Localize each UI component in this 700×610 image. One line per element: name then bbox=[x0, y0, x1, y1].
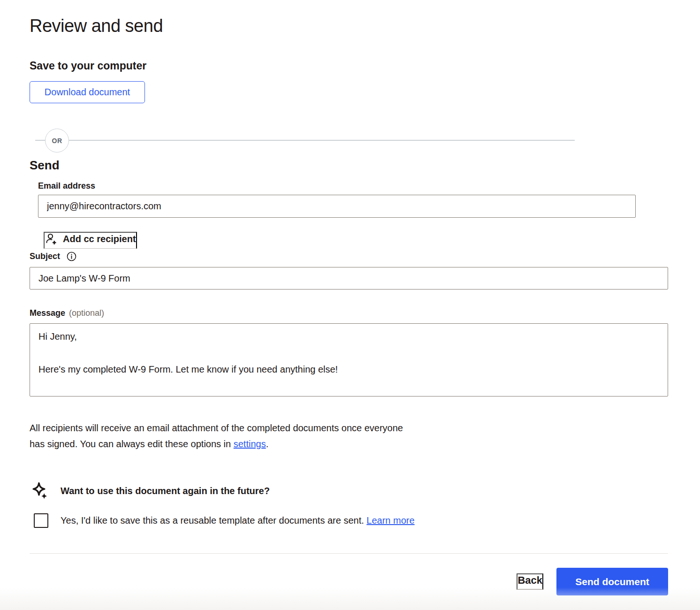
person-plus-icon bbox=[45, 233, 57, 245]
message-label: Message bbox=[30, 308, 65, 318]
email-address-input[interactable] bbox=[38, 195, 636, 218]
recipients-notice: All recipients will receive an email att… bbox=[30, 420, 414, 452]
message-optional-hint: (optional) bbox=[69, 308, 104, 318]
save-template-label-text: Yes, I'd like to save this as a reusable… bbox=[61, 515, 366, 526]
add-cc-recipient-link[interactable]: Add cc recipient bbox=[44, 232, 137, 249]
save-template-row: Yes, I'd like to save this as a reusable… bbox=[34, 513, 668, 528]
or-divider: OR bbox=[30, 129, 668, 152]
learn-more-link[interactable]: Learn more bbox=[366, 515, 414, 526]
send-section-heading: Send bbox=[30, 158, 668, 173]
message-textarea[interactable]: Hi Jenny, Here's my completed W-9 Form. … bbox=[30, 323, 668, 396]
notice-text-after: . bbox=[266, 439, 269, 449]
subject-label-row: Subject bbox=[30, 252, 668, 261]
save-section-heading: Save to your computer bbox=[30, 60, 668, 72]
or-badge: OR bbox=[45, 129, 69, 152]
send-document-button[interactable]: Send document bbox=[556, 568, 668, 595]
email-field-group: Email address Add cc recipient bbox=[38, 181, 668, 249]
add-cc-recipient-label: Add cc recipient bbox=[63, 234, 136, 244]
download-document-button[interactable]: Download document bbox=[30, 81, 145, 103]
back-button[interactable]: Back bbox=[517, 573, 543, 590]
subject-input[interactable] bbox=[30, 267, 668, 290]
info-icon[interactable] bbox=[67, 252, 76, 261]
or-divider-line bbox=[35, 140, 575, 141]
subject-label: Subject bbox=[30, 252, 60, 261]
email-address-label: Email address bbox=[38, 181, 668, 191]
settings-link[interactable]: settings bbox=[234, 439, 266, 449]
message-label-row: Message (optional) bbox=[30, 308, 668, 318]
footer-actions: Back Send document bbox=[30, 568, 668, 595]
footer-divider bbox=[30, 553, 668, 554]
review-and-send-page: Review and send Save to your computer Do… bbox=[30, 0, 668, 595]
page-title: Review and send bbox=[30, 16, 668, 36]
save-template-label: Yes, I'd like to save this as a reusable… bbox=[61, 515, 415, 526]
save-template-checkbox[interactable] bbox=[34, 513, 48, 528]
sparkle-icon bbox=[30, 481, 48, 501]
template-question-text: Want to use this document again in the f… bbox=[61, 486, 270, 496]
template-question-row: Want to use this document again in the f… bbox=[30, 481, 668, 501]
notice-text: All recipients will receive an email att… bbox=[30, 423, 403, 449]
